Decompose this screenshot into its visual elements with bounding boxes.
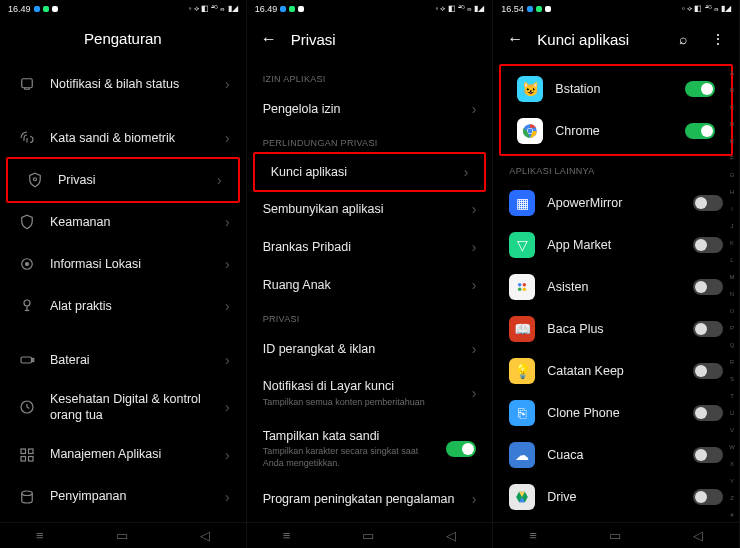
clock: 16.49 [255,4,278,14]
toggle[interactable] [693,363,723,379]
navbar: ≡ ▭ ◁ [247,522,493,548]
privacy-screen: 16.49 ◦ ⟡ ◧ ⁴ᴳ ⏛ ▮◢ ← Privasi IZIN APLIK… [247,0,494,548]
chevron-right-icon: › [225,76,230,92]
row-tampilkan-katasandi[interactable]: Tampilkan kata sandi Tampilkan karakter … [247,418,493,480]
status-right: ◦ ⟡ ◧ ⁴ᴳ ⏛ ▮◢ [435,4,484,14]
row-alatpraktis[interactable]: Alat praktis › [0,285,246,327]
app-row[interactable]: ▽ App Market [493,224,739,266]
row-label: Manajemen Aplikasi [50,446,213,462]
privacy-icon [24,169,46,191]
clock: 16.49 [8,4,31,14]
row-baterai[interactable]: Baterai › [0,339,246,381]
search-icon[interactable]: ⌕ [679,31,687,47]
nav-recent-icon[interactable]: ≡ [36,528,44,543]
app-icon: 💡 [509,358,535,384]
app-row[interactable]: ☁ Cuaca [493,434,739,476]
row-label: Informasi Lokasi [50,256,213,272]
shield-icon [16,211,38,233]
nav-recent-icon[interactable]: ≡ [529,528,537,543]
toggle[interactable] [693,321,723,337]
section-header-izin: IZIN APLIKASI [247,64,493,90]
row-penyimpanan[interactable]: Penyimpanan › [0,476,246,518]
toggle[interactable] [693,195,723,211]
statusbar: 16.49 ◦ ⟡ ◧ ⁴ᴳ ⏛ ▮◢ [0,0,246,18]
svg-rect-5 [21,357,32,363]
section-header-privasi: PRIVASI [247,304,493,330]
row-keamanan[interactable]: Keamanan › [0,201,246,243]
toggle[interactable] [693,279,723,295]
row-sembunyikan[interactable]: Sembunyikan aplikasi › [247,190,493,228]
statusbar: 16.49 ◦ ⟡ ◧ ⁴ᴳ ⏛ ▮◢ [247,0,493,18]
toggle-chrome[interactable] [685,123,715,139]
chevron-right-icon: › [472,385,477,401]
chevron-right-icon: › [225,130,230,146]
app-lock-screen: 16.54 ◦ ⟡ ◧ ⁴ᴳ ⏛ ▮◢ ← Kunci aplikasi ⌕ ⋮… [493,0,740,548]
settings-screen: 16.49 ◦ ⟡ ◧ ⁴ᴳ ⏛ ▮◢ Pengaturan Notifikas… [0,0,247,548]
row-label: Sembunyikan aplikasi [263,201,460,217]
row-kunci-aplikasi[interactable]: Kunci aplikasi › [253,152,487,192]
app-row[interactable]: 📖 Baca Plus [493,308,739,350]
app-row-chrome[interactable]: Chrome [501,110,731,152]
privacy-list[interactable]: IZIN APLIKASI Pengelola izin › PERLINDUN… [247,64,493,522]
row-lokasi[interactable]: Informasi Lokasi › [0,243,246,285]
chevron-right-icon: › [225,256,230,272]
svg-point-17 [528,129,533,134]
back-arrow-icon[interactable]: ← [261,30,277,48]
app-icon [517,118,543,144]
row-katasandi[interactable]: Kata sandi & biometrik › [0,117,246,159]
nav-recent-icon[interactable]: ≡ [283,528,291,543]
app-row[interactable]: Asisten [493,266,739,308]
nav-back-icon[interactable]: ◁ [200,528,210,543]
toggle[interactable] [693,489,723,505]
row-program-peningkatan[interactable]: Program peningkatan pengalaman › [247,480,493,518]
row-privasi[interactable]: Privasi › [6,157,240,203]
svg-rect-10 [21,456,26,461]
row-manajemen-aplikasi[interactable]: Manajemen Aplikasi › [0,434,246,476]
nav-home-icon[interactable]: ▭ [362,528,374,543]
toggle[interactable] [693,405,723,421]
row-brankas[interactable]: Brankas Pribadi › [247,228,493,266]
row-pengelola-izin[interactable]: Pengelola izin › [247,90,493,128]
svg-rect-11 [29,456,34,461]
app-label: Bstation [555,82,673,96]
row-ruang-anak[interactable]: Ruang Anak › [247,266,493,304]
more-icon[interactable]: ⋮ [711,31,725,47]
toggle[interactable] [693,237,723,253]
chevron-right-icon: › [472,101,477,117]
row-id-perangkat[interactable]: ID perangkat & iklan › [247,330,493,368]
chevron-right-icon: › [225,447,230,463]
status-right: ◦ ⟡ ◧ ⁴ᴳ ⏛ ▮◢ [189,4,238,14]
nav-home-icon[interactable]: ▭ [116,528,128,543]
svg-rect-0 [22,79,33,88]
storage-icon [16,486,38,508]
nav-home-icon[interactable]: ▭ [609,528,621,543]
row-notifikasi[interactable]: Notifikasi & bilah status › [0,63,246,105]
row-label: Alat praktis [50,298,213,314]
row-label: Program peningkatan pengalaman [263,491,460,507]
toggle[interactable] [693,447,723,463]
nav-back-icon[interactable]: ◁ [693,528,703,543]
row-kesehatan[interactable]: Kesehatan Digital & kontrol orang tua › [0,381,246,434]
app-row-bstation[interactable]: 😺 Bstation [501,68,731,110]
app-row[interactable]: ▦ ApowerMirror [493,182,739,224]
row-notif-layarkunci[interactable]: Notifikasi di Layar kunci Tampilkan semu… [247,368,493,418]
back-arrow-icon[interactable]: ← [507,30,523,48]
titlebar: ← Kunci aplikasi ⌕ ⋮ [493,18,739,64]
page-title: Kunci aplikasi [537,31,629,48]
app-label: Clone Phone [547,406,681,420]
fingerprint-icon [16,127,38,149]
svg-rect-6 [32,359,34,362]
status-icon [527,6,533,12]
nav-back-icon[interactable]: ◁ [446,528,456,543]
toggle-bstation[interactable] [685,81,715,97]
app-list[interactable]: 😺 Bstation Chrome APLIKASI LAINNYA ▦ Apo… [493,64,739,522]
row-label: Notifikasi & bilah status [50,76,213,92]
az-index[interactable]: ABCDEFGHIJKLMNOPQRSTUVWXYZ# [727,70,737,518]
svg-point-19 [523,283,527,287]
row-label: Tampilkan kata sandi [263,428,435,444]
app-row[interactable]: 💡 Catatan Keep [493,350,739,392]
app-row[interactable]: Drive [493,476,739,518]
settings-list[interactable]: Notifikasi & bilah status › Kata sandi &… [0,63,246,522]
app-row[interactable]: ⎘ Clone Phone [493,392,739,434]
toggle-show-password[interactable] [446,441,476,457]
